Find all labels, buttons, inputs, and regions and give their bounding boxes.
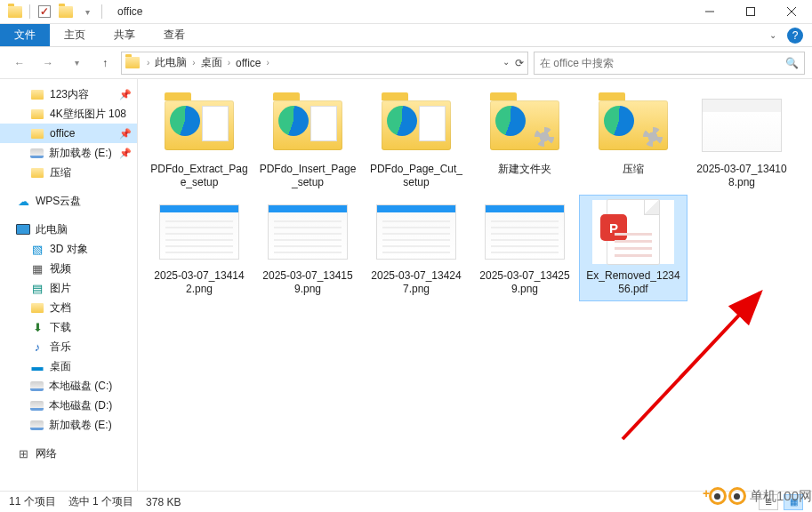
- folder-icon: [30, 126, 44, 140]
- item-label: 2025-03-07_134142.png: [150, 269, 248, 296]
- item-label: 2025-03-07_134247.png: [367, 269, 465, 296]
- image-item[interactable]: 2025-03-07_134108.png: [687, 88, 796, 195]
- address-bar[interactable]: › 此电脑 › 桌面 › office › ⌄ ⟳: [121, 52, 528, 75]
- tree-item-videos[interactable]: ▦视频: [0, 259, 137, 278]
- status-bar: 11 个项目 选中 1 个项目 378 KB ≣ ▦: [0, 491, 812, 512]
- tree-item-downloads[interactable]: ⬇下载: [0, 317, 137, 337]
- maximize-button[interactable]: [730, 0, 771, 24]
- minimize-button[interactable]: [689, 0, 730, 24]
- crumb-desktop[interactable]: 桌面: [197, 55, 226, 70]
- tree-item-drive-c[interactable]: 本地磁盘 (C:): [0, 376, 137, 396]
- tree-label: 123内容: [50, 87, 89, 102]
- cloud-icon: ☁: [16, 194, 30, 208]
- tree-label: 压缩: [50, 165, 71, 180]
- app-folder-icon: [5, 2, 25, 21]
- disk-icon: [30, 401, 44, 411]
- tab-share[interactable]: 共享: [100, 24, 149, 46]
- image-item[interactable]: 2025-03-07_134259.png: [470, 195, 579, 301]
- monitor-icon: [16, 222, 30, 236]
- tree-label: 文档: [50, 300, 71, 316]
- tree-item-drive-e2[interactable]: 新加载卷 (E:): [0, 415, 137, 435]
- image-item[interactable]: 2025-03-07_134247.png: [362, 195, 470, 301]
- desktop-icon: ▬: [30, 359, 44, 373]
- image-item[interactable]: 2025-03-07_134159.png: [253, 195, 362, 301]
- tree-item-desktop[interactable]: ▬桌面: [0, 356, 137, 376]
- item-label: 2025-03-07_134259.png: [476, 269, 574, 296]
- tree-label: 网络: [36, 446, 57, 461]
- tree-label: 本地磁盘 (C:): [49, 379, 112, 394]
- tree-item-wps-cloud[interactable]: ☁WPS云盘: [0, 191, 137, 211]
- folder-item[interactable]: PDFdo_Insert_Page_setup: [253, 88, 362, 195]
- navigation-tree[interactable]: 123内容📌 4K壁纸图片 108 office📌 新加载卷 (E:)📌 压缩 …: [0, 79, 138, 491]
- status-selection: 选中 1 个项目: [68, 494, 133, 509]
- folder-icon: [30, 165, 44, 180]
- item-label: 新建文件夹: [498, 163, 551, 176]
- chevron-right-icon[interactable]: ›: [145, 58, 151, 68]
- chevron-right-icon[interactable]: ›: [265, 58, 271, 68]
- item-label: Ex_Removed_123456.pdf: [584, 269, 682, 296]
- tree-item-4k-wallpaper[interactable]: 4K壁纸图片 108: [0, 104, 137, 124]
- status-item-count: 11 个项目: [9, 494, 56, 509]
- tree-label: 此电脑: [36, 222, 68, 237]
- item-label: PDFdo_Extract_Page_setup: [150, 163, 248, 189]
- tree-item-pictures[interactable]: ▤图片: [0, 278, 137, 298]
- network-icon: ⊞: [16, 446, 30, 460]
- back-button[interactable]: ←: [7, 52, 32, 74]
- folder-item[interactable]: PDFdo_Page_Cut_setup: [362, 88, 470, 195]
- image-item[interactable]: 2025-03-07_134142.png: [145, 195, 253, 301]
- search-input[interactable]: [540, 57, 785, 69]
- close-button[interactable]: [771, 0, 812, 24]
- recent-locations-chevron[interactable]: ▾: [64, 52, 89, 74]
- tree-label: 下载: [50, 320, 71, 335]
- tree-item-compress[interactable]: 压缩: [0, 163, 137, 182]
- annotation-arrow: [609, 275, 805, 452]
- tree-label: 视频: [50, 261, 71, 276]
- tab-home[interactable]: 主页: [50, 24, 100, 46]
- document-icon: [30, 300, 44, 315]
- tree-item-music[interactable]: ♪音乐: [0, 337, 137, 356]
- ribbon-tabs: 文件 主页 共享 查看 ⌄ ?: [0, 24, 812, 47]
- folder-item[interactable]: PDFdo_Extract_Page_setup: [145, 88, 253, 195]
- window-title: office: [117, 5, 142, 18]
- tree-item-123content[interactable]: 123内容📌: [0, 84, 137, 104]
- tree-item-drive-e[interactable]: 新加载卷 (E:)📌: [0, 143, 137, 163]
- folder-icon[interactable]: [56, 2, 76, 21]
- tab-view[interactable]: 查看: [149, 24, 199, 46]
- disk-icon: [30, 420, 44, 430]
- chevron-right-icon[interactable]: ›: [226, 58, 232, 68]
- pdf-item-selected[interactable]: P Ex_Removed_123456.pdf: [579, 195, 687, 301]
- qat-properties-checkbox[interactable]: ✓: [35, 2, 54, 21]
- item-label: 2025-03-07_134159.png: [259, 269, 357, 296]
- ribbon-collapse-chevron[interactable]: ⌄: [769, 30, 776, 40]
- chevron-right-icon[interactable]: ›: [190, 58, 197, 68]
- tree-item-office[interactable]: office📌: [0, 124, 137, 143]
- crumb-office[interactable]: office: [232, 57, 264, 69]
- address-dropdown-chevron[interactable]: ⌄: [502, 57, 510, 69]
- file-list[interactable]: PDFdo_Extract_Page_setup PDFdo_Insert_Pa…: [138, 79, 812, 491]
- search-icon[interactable]: 🔍: [785, 57, 799, 69]
- tree-item-this-pc[interactable]: 此电脑: [0, 220, 137, 239]
- watermark-text: 单机100网: [750, 488, 812, 505]
- tree-label: office: [50, 127, 75, 140]
- up-button[interactable]: ↑: [92, 52, 117, 74]
- qat-overflow-chevron[interactable]: ▾: [77, 2, 97, 21]
- folder-icon: [30, 107, 44, 121]
- tree-label: 音乐: [50, 340, 71, 355]
- svg-line-4: [623, 292, 760, 439]
- help-button[interactable]: ?: [787, 28, 803, 44]
- tree-label: 4K壁纸图片 108: [50, 107, 126, 122]
- watermark: 单机100网: [709, 487, 812, 505]
- crumb-pc[interactable]: 此电脑: [151, 55, 190, 70]
- tree-item-network[interactable]: ⊞网络: [0, 444, 137, 463]
- folder-item[interactable]: 压缩: [579, 88, 687, 195]
- tree-item-3d-objects[interactable]: ▧3D 对象: [0, 239, 137, 259]
- tree-item-documents[interactable]: 文档: [0, 298, 137, 317]
- tree-item-drive-d[interactable]: 本地磁盘 (D:): [0, 396, 137, 415]
- item-label: 2025-03-07_134108.png: [693, 163, 791, 189]
- folder-item[interactable]: 新建文件夹: [470, 88, 579, 195]
- tree-label: 本地磁盘 (D:): [49, 398, 112, 413]
- search-box[interactable]: 🔍: [534, 52, 805, 75]
- forward-button[interactable]: →: [36, 52, 60, 74]
- tab-file[interactable]: 文件: [0, 24, 50, 46]
- refresh-button[interactable]: ⟳: [515, 57, 524, 69]
